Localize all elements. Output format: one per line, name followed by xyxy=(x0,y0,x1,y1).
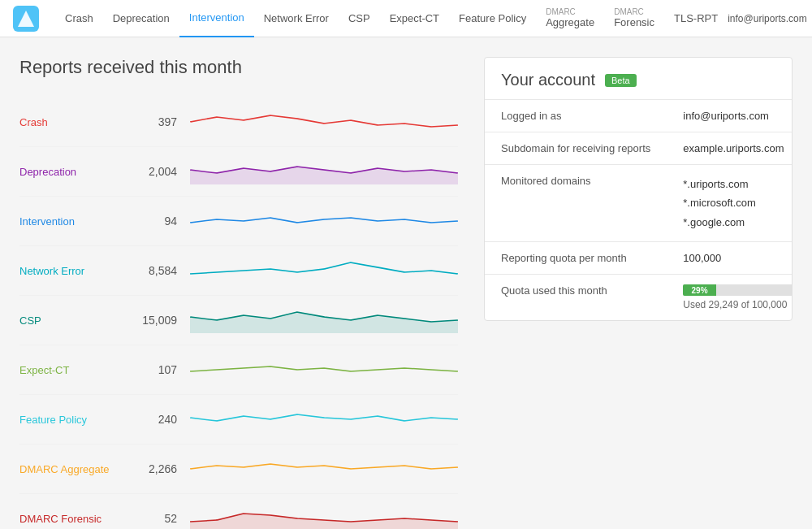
nav-link-expect-ct[interactable]: Expect-CT xyxy=(380,0,449,37)
report-label[interactable]: DMARC Aggregate xyxy=(19,463,125,475)
report-count: 52 xyxy=(125,512,190,525)
account-row-value: 100,000 xyxy=(667,242,793,275)
account-card: Your account Beta Logged in asinfo@uripo… xyxy=(484,57,793,321)
page-title: Reports received this month xyxy=(19,57,458,78)
progress-bar-fill: 29% xyxy=(683,284,716,296)
report-count: 2,266 xyxy=(125,462,190,475)
sparkline-chart xyxy=(190,155,458,188)
account-row-value: 29%Used 29,249 of 100,000 xyxy=(667,275,793,321)
report-label[interactable]: Crash xyxy=(19,116,125,128)
domain-entry: *.uriports.com xyxy=(683,175,793,193)
progress-percent-label: 29% xyxy=(692,286,708,295)
report-label[interactable]: DMARC Forensic xyxy=(19,513,125,525)
sparkline-chart xyxy=(190,353,458,386)
account-row-key: Subdomain for receiving reports xyxy=(485,132,667,165)
nav-link-dmarc-aggregate[interactable]: DMARCAggregate xyxy=(536,0,604,37)
nav-link-csp[interactable]: CSP xyxy=(339,0,380,37)
nav-link-deprecation[interactable]: Deprecation xyxy=(103,0,179,37)
report-count: 15,009 xyxy=(125,314,190,327)
domain-entry: *.google.com xyxy=(683,213,793,232)
report-row: Deprecation2,004 xyxy=(19,147,458,197)
report-row: CSP15,009 xyxy=(19,296,458,345)
report-row: DMARC Forensic52 xyxy=(19,494,458,529)
account-row: Logged in asinfo@uriports.com xyxy=(485,100,793,132)
report-row: Feature Policy240 xyxy=(19,395,458,444)
account-row-key: Reporting quota per month xyxy=(485,242,667,275)
nav-links: CrashDeprecationInterventionNetwork Erro… xyxy=(55,0,728,37)
report-label[interactable]: Intervention xyxy=(19,215,125,228)
account-table: Logged in asinfo@uriports.comSubdomain f… xyxy=(485,99,793,320)
nav-link-feature-policy[interactable]: Feature Policy xyxy=(449,0,536,37)
sparkline-chart xyxy=(190,106,458,138)
nav-link-network-error[interactable]: Network Error xyxy=(254,0,339,37)
account-row-value: info@uriports.com xyxy=(667,100,793,132)
sparkline-chart xyxy=(190,403,458,436)
report-list: Crash397Deprecation2,004Intervention94Ne… xyxy=(19,98,458,529)
nav-link-crash[interactable]: Crash xyxy=(55,0,103,37)
report-row: DMARC Aggregate2,266 xyxy=(19,444,458,494)
report-row: Crash397 xyxy=(19,98,458,147)
logo-icon[interactable] xyxy=(13,6,39,32)
report-count: 94 xyxy=(125,215,190,228)
sparkline-chart xyxy=(190,254,458,287)
progress-container: 29%Used 29,249 of 100,000 xyxy=(683,284,793,310)
report-count: 397 xyxy=(125,115,190,128)
nav-email: info@uriports.com xyxy=(728,13,807,24)
report-count: 107 xyxy=(125,363,190,376)
report-label[interactable]: Expect-CT xyxy=(19,364,125,376)
sparkline-chart xyxy=(190,502,458,529)
beta-badge: Beta xyxy=(605,74,637,87)
report-count: 8,584 xyxy=(125,264,190,277)
account-row-value: *.uriports.com*.microsoft.com*.google.co… xyxy=(667,165,793,242)
account-title: Your account xyxy=(501,71,595,89)
report-label[interactable]: Feature Policy xyxy=(19,414,125,426)
progress-used-text: Used 29,249 of 100,000 xyxy=(683,299,793,310)
report-row: Expect-CT107 xyxy=(19,345,458,395)
nav-link-dmarc-forensic[interactable]: DMARCForensic xyxy=(604,0,664,37)
report-row: Intervention94 xyxy=(19,197,458,246)
report-label[interactable]: Network Error xyxy=(19,265,125,277)
domain-entry: *.microsoft.com xyxy=(683,193,793,212)
account-row-key: Logged in as xyxy=(485,100,667,132)
nav-right: info@uriports.com ⚙ ⏻ xyxy=(728,11,812,27)
sparkline-chart xyxy=(190,205,458,237)
sparkline-chart xyxy=(190,304,458,336)
navigation: CrashDeprecationInterventionNetwork Erro… xyxy=(0,0,812,37)
account-row: Reporting quota per month100,000 xyxy=(485,242,793,275)
account-row: Quota used this month29%Used 29,249 of 1… xyxy=(485,275,793,321)
report-count: 2,004 xyxy=(125,165,190,178)
account-row: Subdomain for receiving reportsexample.u… xyxy=(485,132,793,165)
nav-link-tls-rpt[interactable]: TLS-RPT xyxy=(664,0,728,37)
account-row-value: example.uriports.com xyxy=(667,132,793,165)
nav-link-intervention[interactable]: Intervention xyxy=(179,0,254,37)
report-count: 240 xyxy=(125,413,190,426)
sparkline-chart xyxy=(190,453,458,485)
report-label[interactable]: CSP xyxy=(19,314,125,327)
progress-bar-wrap: 29% xyxy=(683,284,793,296)
report-label[interactable]: Deprecation xyxy=(19,166,125,178)
account-row-key: Quota used this month xyxy=(485,275,667,321)
account-row: Monitored domains*.uriports.com*.microso… xyxy=(485,165,793,242)
account-row-key: Monitored domains xyxy=(485,165,667,242)
report-row: Network Error8,584 xyxy=(19,246,458,296)
